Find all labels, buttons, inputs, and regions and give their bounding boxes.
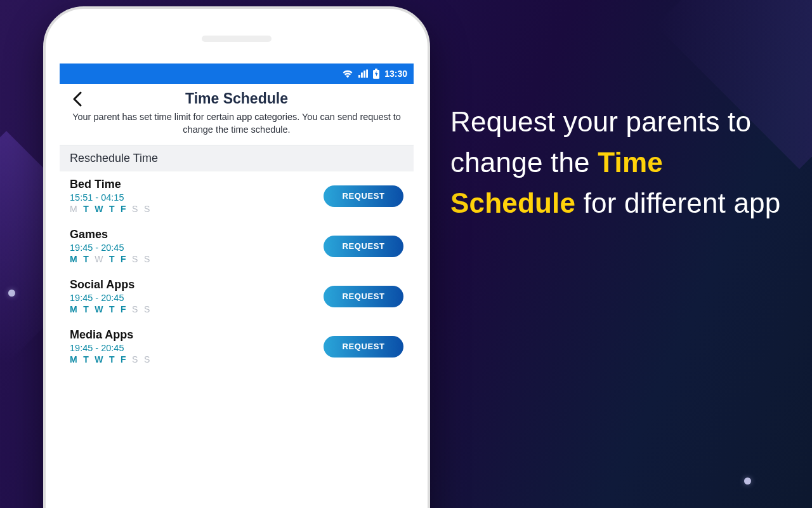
day-indicator: S — [144, 204, 150, 214]
day-indicator: S — [144, 304, 150, 314]
app-header: Time Schedule Your parent has set time l… — [60, 84, 414, 145]
schedule-time: 19:45 - 20:45 — [70, 343, 150, 353]
schedule-list: Bed Time15:51 - 04:15MTWTFSSREQUESTGames… — [60, 171, 414, 372]
day-indicator: M — [70, 204, 77, 214]
request-button[interactable]: REQUEST — [324, 236, 403, 257]
day-indicator: S — [144, 354, 150, 364]
request-button[interactable]: REQUEST — [324, 286, 403, 307]
page-title: Time Schedule — [70, 90, 403, 107]
day-indicator: T — [109, 254, 115, 264]
wifi-icon — [342, 69, 353, 78]
day-indicator: S — [132, 304, 138, 314]
day-indicator: S — [132, 354, 138, 364]
chevron-left-icon — [72, 91, 82, 107]
schedule-time: 19:45 - 20:45 — [70, 243, 150, 253]
schedule-days: MTWTFSS — [70, 304, 150, 314]
day-indicator: F — [121, 304, 126, 314]
schedule-row: Media Apps19:45 - 20:45MTWTFSSREQUEST — [60, 322, 414, 372]
schedule-name: Social Apps — [70, 278, 150, 291]
day-indicator: S — [132, 204, 138, 214]
schedule-days: MTWTFSS — [70, 254, 150, 264]
day-indicator: T — [109, 304, 115, 314]
day-indicator: T — [83, 254, 89, 264]
request-button[interactable]: REQUEST — [324, 185, 403, 207]
request-button[interactable]: REQUEST — [324, 336, 403, 358]
caption-post: for different app — [575, 187, 780, 218]
schedule-row: Social Apps19:45 - 20:45MTWTFSSREQUEST — [60, 272, 414, 322]
day-indicator: W — [95, 254, 103, 264]
schedule-name: Media Apps — [70, 328, 150, 342]
schedule-row: Games19:45 - 20:45MTWTFSSREQUEST — [60, 222, 414, 272]
page-description: Your parent has set time limit for certa… — [70, 111, 403, 136]
schedule-name: Games — [70, 228, 150, 241]
section-header: Reschedule Time — [60, 145, 414, 171]
day-indicator: F — [121, 354, 126, 364]
back-button[interactable] — [69, 90, 86, 108]
day-indicator: F — [121, 204, 126, 214]
day-indicator: T — [109, 354, 115, 364]
day-indicator: T — [83, 304, 89, 314]
day-indicator: M — [70, 354, 77, 364]
day-indicator: F — [121, 254, 126, 264]
day-indicator: S — [144, 254, 150, 264]
battery-icon — [373, 69, 379, 79]
schedule-row: Bed Time15:51 - 04:15MTWTFSSREQUEST — [60, 171, 414, 222]
schedule-time: 19:45 - 20:45 — [70, 293, 150, 303]
day-indicator: W — [95, 354, 103, 364]
day-indicator: M — [70, 304, 77, 314]
cellular-icon — [358, 69, 368, 78]
day-indicator: T — [83, 204, 89, 214]
schedule-info: Media Apps19:45 - 20:45MTWTFSS — [70, 328, 150, 364]
schedule-info: Social Apps19:45 - 20:45MTWTFSS — [70, 278, 150, 314]
schedule-days: MTWTFSS — [70, 204, 150, 214]
status-bar: 13:30 — [60, 64, 414, 84]
day-indicator: T — [109, 204, 115, 214]
day-indicator: W — [95, 204, 103, 214]
day-indicator: M — [70, 254, 77, 264]
schedule-info: Bed Time15:51 - 04:15MTWTFSS — [70, 178, 150, 214]
day-indicator: T — [83, 354, 89, 364]
promo-caption: Request your parents to change the Time … — [450, 102, 787, 223]
schedule-name: Bed Time — [70, 178, 150, 191]
schedule-info: Games19:45 - 20:45MTWTFSS — [70, 228, 150, 264]
day-indicator: S — [132, 254, 138, 264]
phone-speaker — [202, 36, 272, 42]
day-indicator: W — [95, 304, 103, 314]
status-time: 13:30 — [384, 69, 407, 79]
phone-frame: 13:30 Time Schedule Your parent has set … — [43, 6, 430, 508]
svg-rect-1 — [375, 69, 377, 70]
schedule-days: MTWTFSS — [70, 354, 150, 364]
schedule-time: 15:51 - 04:15 — [70, 192, 150, 203]
